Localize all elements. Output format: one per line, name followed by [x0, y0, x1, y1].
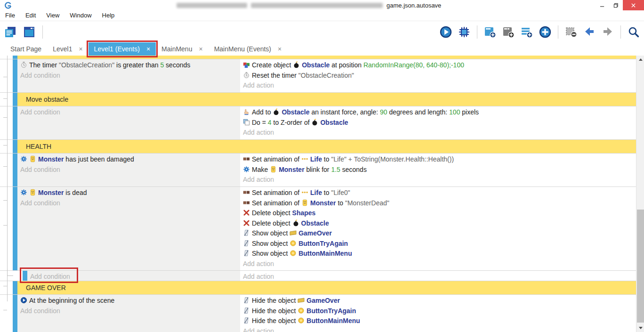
add-condition-button[interactable]: Add condition: [30, 272, 240, 281]
event-drag-handle[interactable]: [13, 281, 17, 294]
debug-icon[interactable]: [458, 25, 471, 39]
action-line[interactable]: Hide the object ButtonTryAgain: [243, 306, 636, 316]
action-line[interactable]: Delete object Shapes: [243, 208, 636, 219]
event-drag-handle[interactable]: [13, 56, 17, 59]
close-tab-icon[interactable]: ×: [278, 45, 282, 53]
vertical-scrollbar[interactable]: [636, 56, 644, 332]
action-line[interactable]: Show object ButtonMainMenu: [243, 249, 636, 259]
tab-start-page[interactable]: Start Page: [5, 42, 47, 56]
tab-mainmenu[interactable]: MainMenu×: [156, 42, 209, 56]
add-action-button[interactable]: Add action: [243, 175, 636, 185]
action-line[interactable]: Show object GameOver: [243, 228, 636, 239]
condition-line[interactable]: At the beginning of the scene: [20, 296, 240, 306]
condition-line[interactable]: The timer "ObstacleCreation" is greater …: [20, 60, 240, 71]
button-icon: [290, 240, 297, 247]
tab-level1-events[interactable]: Level1 (Events)×: [89, 42, 156, 56]
scrollbar-thumb[interactable]: [637, 210, 644, 323]
action-line[interactable]: Show object ButtonTryAgain: [243, 239, 636, 249]
text-segment: Obstacle: [320, 119, 348, 126]
toggle-disabled-icon[interactable]: [564, 25, 578, 39]
visibility-icon: [243, 307, 250, 314]
event-drag-handle[interactable]: [23, 271, 27, 281]
comment-row[interactable]: HEALTH: [0, 140, 636, 154]
action-line[interactable]: Hide the object GameOver: [243, 296, 636, 306]
comment-row[interactable]: Move obstacle: [0, 93, 636, 106]
scroll-down-icon[interactable]: [636, 324, 644, 332]
actions-column: Set animation of Life to "Life0"Set anim…: [240, 187, 636, 270]
comment-text[interactable]: [17, 56, 636, 59]
close-tab-icon[interactable]: ×: [79, 45, 82, 53]
action-line[interactable]: Create object Obstacle at position Rando…: [243, 60, 636, 71]
event-drag-handle[interactable]: [13, 187, 17, 270]
add-event-icon[interactable]: [483, 25, 497, 39]
add-action-button[interactable]: Add action: [243, 259, 636, 269]
tab-mainmenu-events[interactable]: MainMenu (Events)×: [209, 42, 288, 56]
subevent-conditions-column: Add condition: [27, 271, 240, 281]
subevent-actions-column: Add action: [240, 271, 636, 281]
text-segment: "Life" + ToString(Monster.Health::Health…: [331, 155, 454, 163]
menu-file[interactable]: File: [0, 10, 20, 21]
event-drag-handle[interactable]: [13, 93, 17, 106]
event-drag-handle[interactable]: [13, 59, 17, 92]
action-line[interactable]: Set animation of Life to "Life0": [243, 188, 636, 198]
undo-icon[interactable]: [583, 25, 596, 39]
scene-start-icon: [20, 297, 27, 304]
condition-line[interactable]: Monster has just been damaged: [20, 154, 240, 165]
comment-row[interactable]: [0, 56, 636, 59]
close-button[interactable]: [623, 0, 644, 10]
add-circle-icon[interactable]: [539, 25, 552, 39]
behavior-icon: [20, 155, 27, 162]
conditions-column: Add condition: [17, 106, 240, 139]
project-manager-icon[interactable]: [4, 25, 17, 39]
maximize-button[interactable]: [609, 0, 623, 10]
action-line[interactable]: Reset the timer "ObstacleCreation": [243, 71, 636, 81]
text-segment: Create object: [252, 61, 293, 69]
menu-window[interactable]: Window: [64, 10, 97, 21]
add-subevent-icon[interactable]: [502, 25, 515, 39]
text-segment: Add to: [252, 108, 273, 116]
add-action-button[interactable]: Add action: [243, 128, 636, 138]
action-line[interactable]: Add to Obstacle an instant force, angle:…: [243, 107, 636, 118]
comment-text[interactable]: GAME OVER: [17, 281, 636, 294]
scroll-up-icon[interactable]: [636, 56, 644, 64]
action-line[interactable]: Set animation of Life to "Life" + ToStri…: [243, 154, 636, 165]
menu-help[interactable]: Help: [97, 10, 120, 21]
event-drag-handle[interactable]: [13, 140, 17, 153]
close-tab-icon[interactable]: ×: [146, 45, 150, 53]
redo-icon[interactable]: [601, 25, 614, 39]
action-line[interactable]: Do = 4 to Z-order of Obstacle: [243, 118, 636, 128]
comment-row[interactable]: GAME OVER: [0, 281, 636, 295]
add-condition-button[interactable]: Add condition: [20, 165, 240, 175]
minimize-button[interactable]: [596, 0, 609, 10]
text-segment: Monster: [279, 166, 304, 173]
add-condition-button[interactable]: Add condition: [20, 198, 240, 209]
event-drag-handle[interactable]: [13, 154, 17, 186]
close-tab-icon[interactable]: ×: [199, 45, 202, 53]
action-line[interactable]: Delete object Obstacle: [243, 219, 636, 229]
menu-view[interactable]: View: [41, 10, 64, 21]
play-icon[interactable]: [439, 25, 452, 39]
event-drag-handle[interactable]: [13, 295, 17, 332]
condition-line[interactable]: Monster is dead: [20, 188, 240, 198]
add-action-button[interactable]: Add action: [243, 81, 636, 91]
visibility-icon: [243, 240, 250, 247]
add-action-button[interactable]: Add action: [243, 326, 636, 332]
add-condition-button[interactable]: Add condition: [20, 306, 240, 316]
tab-level1[interactable]: Level1×: [47, 42, 88, 56]
action-line[interactable]: Set animation of Monster to "MonsterDead…: [243, 198, 636, 209]
action-line[interactable]: Make Monster blink for 1.5 seconds: [243, 165, 636, 175]
text-segment: ButtonMainMenu: [298, 250, 352, 257]
comment-text[interactable]: HEALTH: [17, 140, 636, 153]
add-action-button[interactable]: Add action: [243, 272, 636, 281]
animation-icon: [243, 189, 250, 196]
search-icon[interactable]: [627, 25, 640, 39]
menu-edit[interactable]: Edit: [20, 10, 41, 21]
comment-text[interactable]: Move obstacle: [17, 93, 636, 106]
add-comment-icon[interactable]: [520, 25, 533, 39]
event-drag-handle[interactable]: [13, 106, 17, 139]
action-line[interactable]: Hide the object ButtonMainMenu: [243, 316, 636, 326]
bomb-icon: [293, 61, 300, 68]
add-condition-button[interactable]: Add condition: [20, 71, 240, 81]
scene-editor-icon[interactable]: [23, 25, 36, 39]
add-condition-button[interactable]: Add condition: [20, 107, 240, 118]
